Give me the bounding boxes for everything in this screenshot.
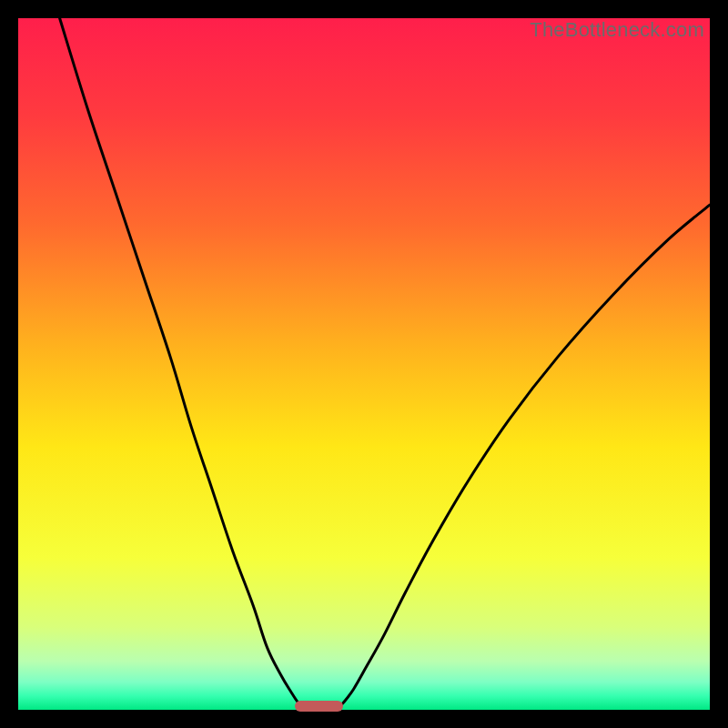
curve-right-branch [337,205,710,710]
chart-curves-svg [18,18,710,710]
optimal-range-marker [295,701,343,712]
chart-frame: TheBottleneck.com [18,18,710,710]
watermark-text: TheBottleneck.com [530,18,704,42]
curve-left-branch [60,18,306,710]
